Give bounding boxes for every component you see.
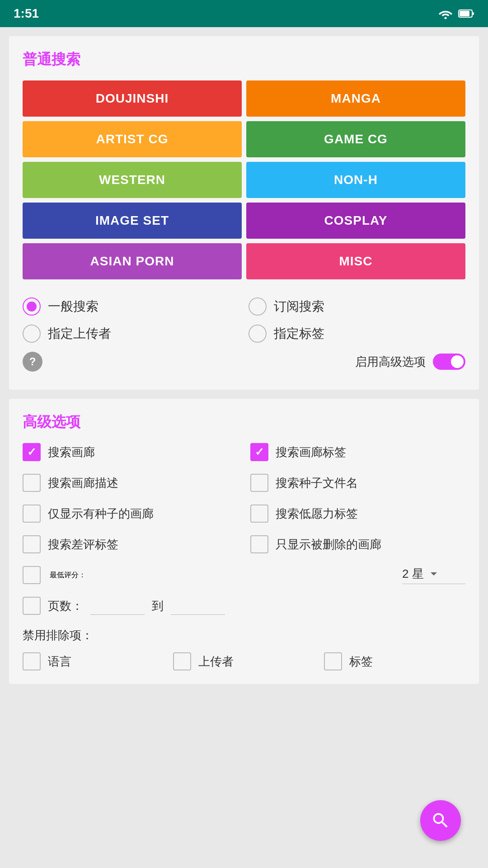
svg-rect-3 — [473, 12, 474, 15]
search-fab[interactable] — [420, 800, 461, 841]
cat-gamecg-button[interactable]: GAME CG — [246, 121, 465, 157]
radio-general-label: 一般搜索 — [48, 298, 99, 315]
exc-tag-box — [324, 652, 342, 670]
checkbox-only-deleted-label: 只显示被删除的画廊 — [276, 537, 381, 552]
cat-asianporn-button[interactable]: ASIAN PORN — [23, 243, 242, 279]
normal-search-title: 普通搜索 — [23, 50, 465, 70]
status-icons — [438, 8, 474, 19]
min-rating-label: 最低评分： — [50, 571, 86, 580]
cat-imageset-button[interactable]: IMAGE SET — [23, 203, 242, 239]
radio-uploader[interactable]: 指定上传者 — [23, 325, 239, 343]
pages-checkbox[interactable] — [23, 597, 41, 615]
chevron-down-icon — [427, 568, 440, 580]
radio-tag-circle — [249, 325, 267, 343]
radio-uploader-label: 指定上传者 — [48, 325, 111, 342]
pages-separator: 到 — [152, 598, 164, 614]
help-icon[interactable]: ? — [23, 352, 42, 372]
rating-dropdown[interactable]: 2 星 — [402, 566, 465, 584]
cat-nonh-button[interactable]: NON-H — [246, 162, 465, 198]
battery-icon — [458, 8, 474, 19]
checkbox-search-gallery-box — [23, 443, 41, 461]
advanced-toggle-switch[interactable] — [433, 354, 465, 370]
exclusion-grid: 语言 上传者 标签 — [23, 652, 465, 670]
checkbox-only-deleted-box — [250, 535, 268, 553]
pages-label: 页数： — [48, 598, 83, 614]
advanced-options-title: 高级选项 — [23, 412, 465, 432]
checkbox-grid: 搜索画廊 搜索画廊标签 搜索画廊描述 搜索种子文件名 仅显示有种子的画廊 搜索低… — [23, 443, 465, 553]
pages-row: 页数： 到 — [23, 597, 465, 615]
checkbox-search-torrent[interactable]: 搜索种子文件名 — [250, 474, 465, 492]
advanced-options-card: 高级选项 搜索画廊 搜索画廊标签 搜索画廊描述 搜索种子文件名 仅显示有种子的画… — [9, 399, 479, 684]
checkbox-only-with-torrent[interactable]: 仅显示有种子的画廊 — [23, 505, 238, 523]
checkbox-search-gallery-tags-label: 搜索画廊标签 — [276, 444, 346, 460]
checkbox-only-with-torrent-label: 仅显示有种子的画廊 — [48, 506, 154, 522]
rating-value: 2 星 — [402, 566, 424, 582]
checkbox-search-low-power[interactable]: 搜索低愿力标签 — [250, 505, 465, 523]
checkbox-search-gallery-desc-label: 搜索画廊描述 — [48, 475, 118, 491]
checkbox-search-low-power-label: 搜索低愿力标签 — [276, 506, 358, 522]
checkbox-search-gallery-label: 搜索画廊 — [48, 444, 95, 460]
exc-lang-label: 语言 — [48, 654, 71, 670]
exc-lang[interactable]: 语言 — [23, 652, 164, 670]
min-rating-checkbox[interactable] — [23, 566, 41, 584]
advanced-toggle-label: 启用高级选项 — [355, 354, 426, 370]
checkbox-search-gallery[interactable]: 搜索画廊 — [23, 443, 238, 461]
exclusion-label: 禁用排除项： — [23, 627, 465, 643]
checkbox-search-gallery-desc-box — [23, 474, 41, 492]
search-icon — [431, 811, 450, 830]
rating-row: 最低评分： 2 星 — [23, 566, 465, 584]
exc-uploader-label: 上传者 — [198, 654, 234, 670]
checkbox-search-torrent-box — [250, 474, 268, 492]
status-time: 1:51 — [14, 6, 39, 21]
normal-search-card: 普通搜索 DOUJINSHI MANGA ARTIST CG GAME CG W… — [9, 36, 479, 390]
exc-lang-box — [23, 652, 41, 670]
cat-manga-button[interactable]: MANGA — [246, 80, 465, 117]
checkbox-search-torrent-label: 搜索种子文件名 — [276, 475, 358, 491]
radio-general-circle — [23, 297, 41, 316]
exc-tag[interactable]: 标签 — [324, 652, 465, 670]
radio-tag-label: 指定标签 — [274, 325, 324, 342]
cat-misc-button[interactable]: MISC — [246, 243, 465, 279]
checkbox-search-gallery-tags-box — [250, 443, 268, 461]
checkbox-search-low-power-box — [250, 505, 268, 523]
radio-subscription-circle — [249, 297, 267, 316]
toggle-row: ? 启用高级选项 — [23, 352, 465, 372]
radio-subscription[interactable]: 订阅搜索 — [249, 297, 465, 316]
radio-subscription-label: 订阅搜索 — [274, 298, 324, 315]
radio-uploader-circle — [23, 325, 41, 343]
checkbox-search-gallery-tags[interactable]: 搜索画廊标签 — [250, 443, 465, 461]
checkbox-search-downvote[interactable]: 搜索差评标签 — [23, 535, 238, 553]
checkbox-search-downvote-label: 搜索差评标签 — [48, 537, 118, 552]
exc-uploader-box — [173, 652, 191, 670]
cat-cosplay-button[interactable]: COSPLAY — [246, 203, 465, 239]
exc-uploader[interactable]: 上传者 — [173, 652, 314, 670]
cat-doujinshi-button[interactable]: DOUJINSHI — [23, 80, 242, 117]
status-bar: 1:51 — [0, 0, 488, 27]
category-grid: DOUJINSHI MANGA ARTIST CG GAME CG WESTER… — [23, 80, 465, 279]
rating-select[interactable]: 2 星 — [402, 566, 465, 584]
radio-tag[interactable]: 指定标签 — [249, 325, 465, 343]
radio-group: 一般搜索 订阅搜索 指定上传者 指定标签 — [23, 297, 465, 343]
wifi-icon — [438, 8, 453, 19]
pages-from-input[interactable] — [90, 597, 145, 615]
checkbox-only-with-torrent-box — [23, 505, 41, 523]
cat-western-button[interactable]: WESTERN — [23, 162, 242, 198]
exc-tag-label: 标签 — [349, 654, 373, 670]
cat-artistcg-button[interactable]: ARTIST CG — [23, 121, 242, 157]
checkbox-search-gallery-desc[interactable]: 搜索画廊描述 — [23, 474, 238, 492]
pages-to-input[interactable] — [171, 597, 225, 615]
checkbox-only-deleted[interactable]: 只显示被删除的画廊 — [250, 535, 465, 553]
svg-rect-2 — [460, 11, 469, 16]
svg-point-0 — [445, 17, 447, 19]
checkbox-search-downvote-box — [23, 535, 41, 553]
toggle-label-group: 启用高级选项 — [355, 354, 465, 370]
radio-general[interactable]: 一般搜索 — [23, 297, 239, 316]
